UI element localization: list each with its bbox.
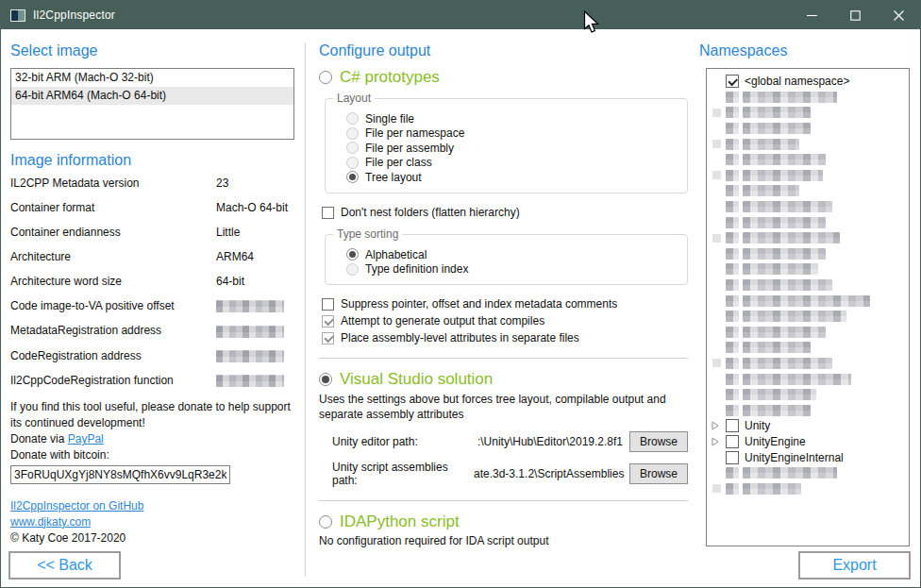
namespace-row-redacted[interactable]	[707, 90, 909, 106]
type-sorting-option[interactable]: Alphabetical	[346, 247, 678, 262]
layout-option[interactable]: File per class	[346, 156, 678, 171]
redacted-checkbox	[726, 263, 739, 275]
redacted-namespace-name	[743, 483, 801, 495]
namespace-row-redacted[interactable]	[707, 152, 909, 168]
namespace-row[interactable]: Unity	[707, 418, 909, 434]
namespace-row-redacted[interactable]	[707, 293, 909, 309]
namespace-row-redacted[interactable]	[707, 230, 909, 246]
namespace-row-redacted[interactable]	[707, 168, 909, 184]
maximize-button[interactable]	[833, 1, 877, 29]
minimize-button[interactable]	[790, 1, 833, 29]
namespace-checkbox[interactable]	[726, 419, 739, 432]
radio-icon	[346, 157, 359, 169]
app-icon	[10, 9, 25, 22]
namespace-row-redacted[interactable]	[707, 183, 909, 199]
redacted-expander	[712, 484, 721, 493]
info-value	[216, 350, 294, 362]
unity-assemblies-browse-button[interactable]: Browse	[629, 463, 688, 484]
namespace-row-redacted[interactable]	[707, 121, 909, 137]
visual-studio-radio[interactable]: Visual Studio solution	[319, 370, 688, 389]
info-label: CodeRegistration address	[10, 350, 216, 362]
github-link[interactable]: Il2CppInspector on GitHub	[10, 499, 143, 512]
redacted-checkbox	[726, 358, 739, 369]
redacted-expander	[712, 359, 721, 367]
namespace-row-redacted[interactable]	[707, 214, 909, 230]
namespace-row[interactable]: UnityEngineInternal	[707, 449, 909, 465]
radio-icon	[319, 515, 332, 529]
namespace-row-redacted[interactable]	[707, 261, 909, 277]
expander-icon[interactable]	[712, 437, 726, 446]
paypal-link[interactable]: PayPal	[68, 432, 104, 445]
redacted-namespace-name	[743, 342, 811, 353]
output-option-checkbox[interactable]: Suppress pointer, offset and index metad…	[322, 297, 688, 311]
namespaces-listbox: <global namespace>UnityUnityEngineUnityE…	[706, 68, 910, 546]
close-button[interactable]	[877, 1, 920, 29]
namespaces-panel: Namespaces <global namespace>UnityUnityE…	[699, 42, 913, 546]
idapython-description: No configuration required for IDA script…	[319, 534, 688, 547]
namespace-row-redacted[interactable]	[707, 246, 909, 262]
redacted-value	[216, 326, 284, 338]
namespace-row-redacted[interactable]	[707, 371, 909, 387]
unity-assemblies-path-value[interactable]: ate.3d-3.1.2\ScriptAssemblies	[474, 467, 629, 480]
select-image-panel: Select image 32-bit ARM (Mach-O 32-bit)6…	[10, 42, 294, 547]
namespace-row-redacted[interactable]	[707, 136, 909, 152]
namespace-row[interactable]: <global namespace>	[707, 74, 909, 90]
layout-option[interactable]: Tree layout	[346, 170, 678, 185]
checkbox-icon	[322, 207, 334, 219]
radio-icon	[346, 171, 359, 183]
namespace-checkbox[interactable]	[726, 435, 739, 448]
redacted-namespace-name	[743, 170, 823, 181]
redacted-namespace-name	[743, 467, 837, 479]
namespace-row-redacted[interactable]	[707, 356, 909, 372]
bitcoin-address-input[interactable]	[10, 465, 230, 484]
output-option-checkbox[interactable]: Place assembly-level attributes in separ…	[322, 331, 688, 344]
namespace-row-redacted[interactable]	[707, 277, 909, 294]
layout-option[interactable]: File per namespace	[346, 126, 678, 142]
export-button[interactable]: Export	[798, 551, 911, 580]
namespace-row[interactable]: UnityEngine	[707, 434, 909, 450]
layout-option-label: File per class	[365, 156, 432, 169]
redacted-checkbox	[726, 295, 739, 307]
redacted-checkbox	[726, 107, 739, 118]
maximize-icon	[850, 10, 861, 21]
info-value: Little	[216, 227, 294, 239]
redacted-namespace-name	[743, 295, 870, 307]
namespace-checkbox[interactable]	[726, 451, 739, 464]
idapython-radio[interactable]: IDAPython script	[319, 512, 688, 531]
image-list-item[interactable]: 32-bit ARM (Mach-O 32-bit)	[11, 69, 293, 87]
output-option-checkbox[interactable]: Attempt to generate output that compiles	[322, 314, 688, 328]
unity-editor-path-value[interactable]: :\Unity\Hub\Editor\2019.2.8f1	[474, 435, 629, 448]
info-label: Container format	[10, 202, 216, 214]
redacted-namespace-name	[743, 123, 811, 134]
expander-icon[interactable]	[712, 421, 726, 430]
namespace-row-redacted[interactable]	[707, 105, 909, 121]
redacted-checkbox	[726, 327, 739, 338]
layout-option[interactable]: File per assembly	[346, 141, 678, 156]
checkbox-icon	[322, 298, 334, 311]
redacted-namespace-name	[743, 279, 832, 291]
namespace-row-redacted[interactable]	[707, 387, 909, 403]
namespace-row-redacted[interactable]	[707, 340, 909, 356]
namespace-checkbox[interactable]	[726, 75, 739, 88]
namespace-row-redacted[interactable]	[707, 199, 909, 215]
namespace-row-redacted[interactable]	[707, 325, 909, 341]
website-link[interactable]: www.djkaty.com	[10, 515, 91, 529]
image-info-row: CodeRegistration address	[10, 350, 294, 362]
expander-slot	[712, 484, 726, 493]
image-list-item[interactable]: 64-bit ARM64 (Mach-O 64-bit)	[11, 87, 293, 105]
namespace-row-redacted[interactable]	[707, 309, 909, 325]
donate-bitcoin-label: Donate with bitcoin:	[10, 448, 109, 462]
namespace-row-redacted[interactable]	[707, 480, 909, 496]
unity-editor-browse-button[interactable]: Browse	[629, 431, 688, 452]
csharp-prototypes-radio[interactable]: C# prototypes	[319, 68, 688, 87]
layout-option[interactable]: Single file	[346, 111, 678, 126]
redacted-value	[216, 300, 284, 312]
namespace-row-redacted[interactable]	[707, 465, 909, 481]
type-sorting-option[interactable]: Type definition index	[346, 262, 678, 277]
flatten-hierarchy-checkbox[interactable]: Don't nest folders (flatten hierarchy)	[322, 206, 688, 219]
redacted-checkbox	[726, 311, 739, 322]
redacted-expander	[712, 171, 721, 179]
image-listbox: 32-bit ARM (Mach-O 32-bit)64-bit ARM64 (…	[10, 68, 294, 140]
back-button[interactable]: << Back	[8, 551, 121, 580]
namespace-row-redacted[interactable]	[707, 402, 909, 418]
